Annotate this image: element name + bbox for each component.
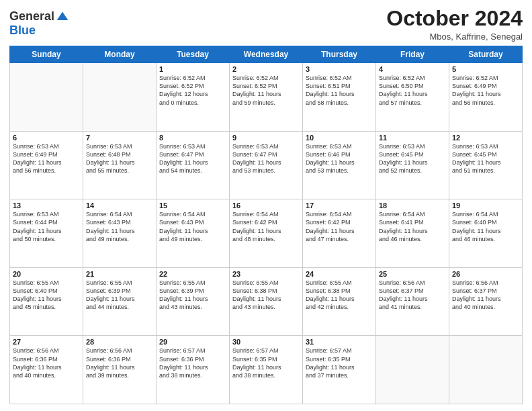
day-number: 28 [86,338,153,346]
calendar-week-row-1: 6Sunrise: 6:53 AMSunset: 6:49 PMDaylight… [10,131,523,199]
day-number: 19 [452,201,519,210]
logo-general: General [9,9,54,24]
calendar-cell: 30Sunrise: 6:57 AMSunset: 6:35 PMDayligh… [230,336,303,404]
calendar-cell: 6Sunrise: 6:53 AMSunset: 6:49 PMDaylight… [10,131,83,199]
calendar-cell: 1Sunrise: 6:52 AMSunset: 6:52 PMDaylight… [157,63,230,132]
day-info: Sunrise: 6:57 AMSunset: 6:36 PMDaylight:… [159,347,226,379]
calendar-cell: 12Sunrise: 6:53 AMSunset: 6:45 PMDayligh… [449,131,523,199]
day-info: Sunrise: 6:55 AMSunset: 6:38 PMDaylight:… [306,279,373,312]
day-number: 6 [13,134,80,142]
day-info: Sunrise: 6:53 AMSunset: 6:45 PMDaylight:… [379,142,446,175]
calendar-cell: 10Sunrise: 6:53 AMSunset: 6:46 PMDayligh… [303,131,376,199]
day-number: 5 [452,65,519,73]
calendar-cell: 18Sunrise: 6:54 AMSunset: 6:41 PMDayligh… [376,199,449,268]
day-info: Sunrise: 6:52 AMSunset: 6:52 PMDaylight:… [232,74,300,107]
calendar-cell: 22Sunrise: 6:55 AMSunset: 6:39 PMDayligh… [157,267,230,336]
calendar-cell: 26Sunrise: 6:56 AMSunset: 6:37 PMDayligh… [449,267,523,336]
day-number: 18 [379,201,446,210]
calendar-cell [449,336,523,404]
day-number: 21 [86,270,153,278]
day-number: 7 [86,134,153,142]
calendar-cell [83,63,157,132]
calendar-week-row-2: 13Sunrise: 6:53 AMSunset: 6:44 PMDayligh… [10,199,523,268]
header-sunday: Sunday [10,46,83,63]
calendar-cell: 19Sunrise: 6:54 AMSunset: 6:40 PMDayligh… [449,199,523,268]
day-info: Sunrise: 6:53 AMSunset: 6:45 PMDaylight:… [452,142,519,175]
calendar-cell: 28Sunrise: 6:56 AMSunset: 6:36 PMDayligh… [83,336,157,404]
day-number: 30 [232,338,300,346]
calendar-cell: 17Sunrise: 6:54 AMSunset: 6:42 PMDayligh… [303,199,376,268]
day-number: 10 [306,134,373,142]
day-number: 17 [306,201,373,210]
calendar-cell [376,336,449,404]
day-info: Sunrise: 6:53 AMSunset: 6:46 PMDaylight:… [306,142,373,175]
page: General Blue October 2024 Mbos, Kaffrine… [0,0,532,411]
logo-blue: Blue [9,24,36,38]
day-number: 26 [452,270,519,278]
calendar-cell: 5Sunrise: 6:52 AMSunset: 6:49 PMDaylight… [449,63,523,132]
day-info: Sunrise: 6:55 AMSunset: 6:40 PMDaylight:… [13,279,80,312]
calendar-cell: 24Sunrise: 6:55 AMSunset: 6:38 PMDayligh… [303,267,376,336]
day-number: 14 [86,201,153,210]
calendar-week-row-0: 1Sunrise: 6:52 AMSunset: 6:52 PMDaylight… [10,63,523,132]
day-number: 25 [379,270,446,278]
day-info: Sunrise: 6:52 AMSunset: 6:49 PMDaylight:… [452,74,519,107]
calendar-cell: 4Sunrise: 6:52 AMSunset: 6:50 PMDaylight… [376,63,449,132]
calendar-cell: 7Sunrise: 6:53 AMSunset: 6:48 PMDaylight… [83,131,157,199]
day-number: 2 [232,65,300,73]
calendar-week-row-3: 20Sunrise: 6:55 AMSunset: 6:40 PMDayligh… [10,267,523,336]
day-info: Sunrise: 6:52 AMSunset: 6:52 PMDaylight:… [159,74,226,107]
calendar-cell: 15Sunrise: 6:54 AMSunset: 6:43 PMDayligh… [157,199,230,268]
day-number: 27 [13,338,80,346]
day-number: 22 [159,270,226,278]
day-number: 24 [306,270,373,278]
calendar-cell: 8Sunrise: 6:53 AMSunset: 6:47 PMDaylight… [157,131,230,199]
day-number: 15 [159,201,226,210]
calendar-cell: 23Sunrise: 6:55 AMSunset: 6:38 PMDayligh… [230,267,303,336]
day-info: Sunrise: 6:53 AMSunset: 6:48 PMDaylight:… [86,142,153,175]
calendar-header-row: Sunday Monday Tuesday Wednesday Thursday… [10,46,523,63]
day-info: Sunrise: 6:56 AMSunset: 6:37 PMDaylight:… [452,279,519,312]
day-info: Sunrise: 6:54 AMSunset: 6:42 PMDaylight:… [306,210,373,243]
calendar-cell: 16Sunrise: 6:54 AMSunset: 6:42 PMDayligh… [230,199,303,268]
day-info: Sunrise: 6:55 AMSunset: 6:39 PMDaylight:… [86,279,153,312]
calendar-cell: 27Sunrise: 6:56 AMSunset: 6:36 PMDayligh… [10,336,83,404]
calendar-cell: 20Sunrise: 6:55 AMSunset: 6:40 PMDayligh… [10,267,83,336]
day-info: Sunrise: 6:56 AMSunset: 6:37 PMDaylight:… [379,279,446,312]
header-monday: Monday [83,46,157,63]
header-tuesday: Tuesday [157,46,230,63]
calendar-cell [10,63,83,132]
calendar-cell: 3Sunrise: 6:52 AMSunset: 6:51 PMDaylight… [303,63,376,132]
logo: General Blue [9,9,69,38]
day-info: Sunrise: 6:54 AMSunset: 6:43 PMDaylight:… [86,210,153,243]
day-number: 20 [13,270,80,278]
day-info: Sunrise: 6:55 AMSunset: 6:39 PMDaylight:… [159,279,226,312]
day-number: 31 [306,338,373,346]
calendar-cell: 13Sunrise: 6:53 AMSunset: 6:44 PMDayligh… [10,199,83,268]
day-info: Sunrise: 6:53 AMSunset: 6:47 PMDaylight:… [232,142,300,175]
day-info: Sunrise: 6:54 AMSunset: 6:43 PMDaylight:… [159,210,226,243]
day-number: 9 [232,134,300,142]
calendar-cell: 14Sunrise: 6:54 AMSunset: 6:43 PMDayligh… [83,199,157,268]
day-info: Sunrise: 6:56 AMSunset: 6:36 PMDaylight:… [86,347,153,379]
day-info: Sunrise: 6:54 AMSunset: 6:41 PMDaylight:… [379,210,446,243]
header-wednesday: Wednesday [230,46,303,63]
month-title: October 2024 [386,7,523,30]
day-info: Sunrise: 6:57 AMSunset: 6:35 PMDaylight:… [306,347,373,379]
svg-marker-0 [57,11,69,20]
day-number: 23 [232,270,300,278]
header-saturday: Saturday [449,46,523,63]
day-info: Sunrise: 6:54 AMSunset: 6:42 PMDaylight:… [232,210,300,243]
day-number: 8 [159,134,226,142]
day-number: 11 [379,134,446,142]
calendar-cell: 25Sunrise: 6:56 AMSunset: 6:37 PMDayligh… [376,267,449,336]
day-number: 1 [159,65,226,73]
calendar-week-row-4: 27Sunrise: 6:56 AMSunset: 6:36 PMDayligh… [10,336,523,404]
day-info: Sunrise: 6:57 AMSunset: 6:35 PMDaylight:… [232,347,300,379]
calendar-cell: 21Sunrise: 6:55 AMSunset: 6:39 PMDayligh… [83,267,157,336]
calendar-cell: 11Sunrise: 6:53 AMSunset: 6:45 PMDayligh… [376,131,449,199]
day-info: Sunrise: 6:52 AMSunset: 6:51 PMDaylight:… [306,74,373,107]
calendar-table: Sunday Monday Tuesday Wednesday Thursday… [9,46,523,404]
header-thursday: Thursday [303,46,376,63]
calendar-cell: 29Sunrise: 6:57 AMSunset: 6:36 PMDayligh… [157,336,230,404]
